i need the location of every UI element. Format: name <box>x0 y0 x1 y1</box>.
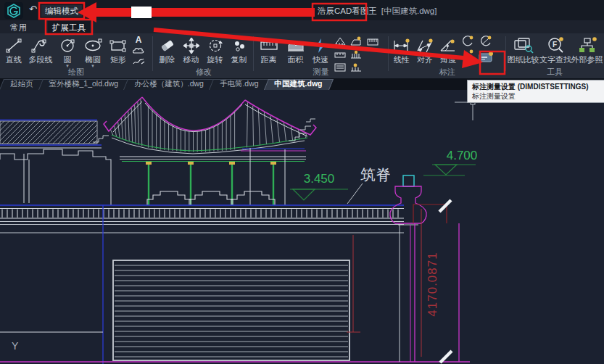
svg-text:F: F <box>553 41 557 49</box>
drawing-canvas[interactable]: 4170.0871 3.450 4.700 筑脊 Y <box>0 90 604 364</box>
ribbon-group-dimension: 线性 对齐 角度 <box>390 33 505 78</box>
copy-icon <box>231 36 247 55</box>
find-text-button[interactable]: F 文字查找 <box>539 35 571 64</box>
tooltip-subtitle: 标注测量设置 <box>472 91 604 101</box>
dim-angle-icon <box>439 36 458 55</box>
dim-settings-icon[interactable] <box>479 51 495 64</box>
circle-button[interactable]: 圆 ▾ <box>55 35 80 68</box>
circle-icon <box>59 36 75 55</box>
doc-tab-office-building[interactable]: 办公楼（建筑）.dwg <box>124 78 214 90</box>
compare-drawings-button[interactable]: 图纸比较 <box>507 35 539 64</box>
distance-ruler-icon <box>260 36 278 55</box>
dim-aligned-button[interactable]: 对齐 <box>413 35 437 64</box>
area-button[interactable]: 面积 <box>282 35 309 64</box>
ribbon-separator <box>505 36 506 71</box>
left-roof-hatch <box>0 120 102 149</box>
dim-radius-icon[interactable] <box>461 35 474 47</box>
dim-angle-button[interactable]: 角度 <box>437 35 460 64</box>
doc-tab-chinese-architecture[interactable]: 中国建筑.dwg <box>265 78 333 90</box>
ellipse-button[interactable]: 椭圆 ▾ <box>80 35 106 68</box>
copy-button[interactable]: 复制 <box>227 35 251 64</box>
vertical-dimension-text: 4170.0871 <box>426 252 439 316</box>
dim-linear-icon <box>392 36 411 55</box>
cad-viewer-window: ↶ 编辑模式 浩辰CAD看图王[中国建筑.dwg] 常用 扩展工具 直线 <box>0 0 604 364</box>
right-bay-dimension: 4170.0871 <box>413 200 459 363</box>
ribbon-group-tools: 图纸比较 F 文字查找 外部参照 工具 <box>507 33 603 78</box>
move-button[interactable]: 移动 <box>179 35 203 64</box>
svg-text:3.450: 3.450 <box>304 172 335 186</box>
window-title-app: 浩辰CAD看图王 <box>318 7 377 15</box>
find-text-icon: F <box>545 36 566 55</box>
dim-aligned-icon <box>415 36 434 55</box>
doc-tab-outdoor-stairs[interactable]: 室外楼梯_1_old.dwg <box>39 78 129 90</box>
quick-measure-button[interactable]: 快速 <box>309 35 332 64</box>
elevation-mark-3450: 3.450 <box>290 172 348 200</box>
rotate-button[interactable]: 旋转 <box>203 35 227 64</box>
elevation-mark-4700: 4.700 <box>423 149 477 175</box>
dim-settings-tooltip: 标注测量设置 (DIMDISTSETTINGS) 标注测量设置 <box>467 80 604 103</box>
left-parapet <box>0 149 111 205</box>
group-label-dimension: 标注 <box>390 67 505 78</box>
ribbon-group-draw: 直线 多段线 圆 ▾ <box>1 33 151 78</box>
rotate-icon <box>207 36 223 55</box>
titlebar: ↶ 编辑模式 浩辰CAD看图王[中国建筑.dwg] <box>0 0 604 20</box>
ribbon-separator <box>152 36 153 71</box>
polyline-icon <box>31 36 50 55</box>
undo-icon[interactable]: ↶ <box>29 4 37 15</box>
group-label-modify: 修改 <box>155 67 252 78</box>
line-icon <box>5 36 22 55</box>
doc-tab-flashlight[interactable]: 手电筒.dwg <box>210 78 269 90</box>
group-label-tools: 工具 <box>507 67 603 78</box>
measure-ruler-small-icon[interactable] <box>334 49 347 59</box>
ridge-label: 筑脊 <box>347 166 391 204</box>
doc-tab-start-page[interactable]: 起始页 <box>0 78 44 90</box>
ribbon-group-modify: 删除 移动 旋转 复制 <box>155 33 252 78</box>
rectangle-button[interactable]: 矩形 <box>106 35 131 64</box>
text-tool-icon[interactable]: A <box>136 36 142 45</box>
freehand-sketch-icon[interactable] <box>132 57 145 66</box>
dim-diameter-icon[interactable] <box>479 35 492 47</box>
external-reference-icon <box>577 36 597 55</box>
hexagon-logo-glyph <box>7 4 21 18</box>
group-label-draw: 绘图 <box>1 67 151 78</box>
cad-drawing: 4170.0871 3.450 4.700 筑脊 Y <box>0 90 604 364</box>
distance-button[interactable]: 距离 <box>255 35 282 64</box>
measure-area-point-icon[interactable] <box>349 36 363 46</box>
tooltip-title: 标注测量设置 (DIMDISTSETTINGS) <box>472 82 604 91</box>
group-label-measure: 测量 <box>255 67 386 78</box>
ellipse-icon <box>83 36 102 55</box>
ucs-y-label: Y <box>12 340 19 352</box>
measure-comb-icon[interactable] <box>366 36 379 46</box>
measure-hatch-icon[interactable] <box>349 49 363 59</box>
svg-text:筑脊: 筑脊 <box>360 166 391 183</box>
cornice-band <box>0 205 404 233</box>
ribbon: 直线 多段线 圆 ▾ <box>0 33 604 79</box>
edit-mode-button[interactable]: 编辑模式 <box>41 5 82 17</box>
dim-linear-button[interactable]: 线性 <box>390 35 413 64</box>
pavilion-structure <box>120 148 306 205</box>
revision-cloud-icon[interactable] <box>132 46 145 55</box>
measure-angle-icon[interactable] <box>334 36 347 46</box>
ribbon-separator <box>253 36 254 71</box>
window-title-doc: [中国建筑.dwg] <box>381 7 437 15</box>
polyline-button[interactable]: 多段线 <box>26 35 55 64</box>
louver-panel <box>113 260 349 360</box>
compare-drawings-icon <box>513 36 534 55</box>
area-icon <box>286 36 305 55</box>
lightning-icon <box>314 36 327 55</box>
erase-button[interactable]: 删除 <box>155 35 179 64</box>
move-icon <box>183 36 199 55</box>
line-button[interactable]: 直线 <box>1 35 26 64</box>
eraser-icon <box>159 36 176 55</box>
ribbon-separator <box>388 36 389 71</box>
svg-text:4.700: 4.700 <box>447 149 478 162</box>
pavilion-roof <box>93 97 316 154</box>
app-logo-icon[interactable] <box>4 2 23 19</box>
window-title: 浩辰CAD看图王[中国建筑.dwg] <box>318 6 437 17</box>
dim-arc-icon[interactable] <box>461 49 474 61</box>
rectangle-icon <box>109 36 128 55</box>
draw-extra-tools: A <box>131 35 146 66</box>
ribbon-tab-bar: 常用 扩展工具 <box>0 20 604 33</box>
external-reference-button[interactable]: 外部参照 <box>571 35 603 64</box>
ribbon-group-measure: 距离 面积 快速 <box>255 33 386 78</box>
